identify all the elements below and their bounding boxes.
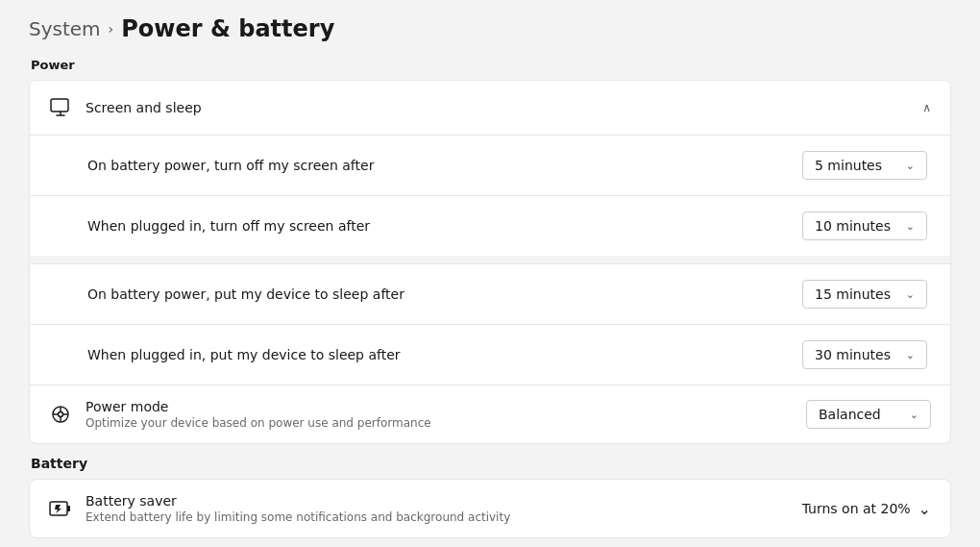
screen-sleep-title: Screen and sleep <box>86 100 202 115</box>
setting-row-1: When plugged in, turn off my screen afte… <box>30 195 950 256</box>
battery-sleep-value: 15 minutes <box>815 286 891 302</box>
plugged-sleep-dropdown[interactable]: 30 minutes ⌄ <box>802 340 927 369</box>
svg-rect-0 <box>51 99 68 112</box>
battery-screen-off-dropdown[interactable]: 5 minutes ⌄ <box>802 151 927 180</box>
battery-sleep-chevron-icon: ⌄ <box>906 288 915 301</box>
power-section-label: Power <box>29 58 951 72</box>
plugged-sleep-chevron-icon: ⌄ <box>906 349 915 361</box>
svg-rect-4 <box>67 506 70 511</box>
battery-section-label: Battery <box>29 456 951 471</box>
page-container: System › Power & battery Power Screen an… <box>0 0 980 547</box>
power-mode-dropdown[interactable]: Balanced ⌄ <box>806 400 931 429</box>
screen-sleep-icon <box>49 96 72 119</box>
setting-label-0: On battery power, turn off my screen aft… <box>87 158 374 173</box>
screen-sleep-header[interactable]: Screen and sleep ∧ <box>30 81 950 135</box>
svg-point-2 <box>59 412 63 417</box>
screen-sleep-chevron-up-icon: ∧ <box>922 101 931 114</box>
setting-label-1: When plugged in, turn off my screen afte… <box>87 218 370 234</box>
breadcrumb-chevron-icon: › <box>109 21 114 37</box>
power-mode-row[interactable]: Power mode Optimize your device based on… <box>30 385 950 443</box>
screen-sleep-rows: On battery power, turn off my screen aft… <box>30 135 950 385</box>
setting-row-3: When plugged in, put my device to sleep … <box>30 324 950 385</box>
battery-saver-title: Battery saver <box>86 493 510 509</box>
setting-row-2: On battery power, put my device to sleep… <box>30 263 950 324</box>
power-mode-chevron-icon: ⌄ <box>910 409 919 421</box>
screen-sleep-card: Screen and sleep ∧ On battery power, tur… <box>29 80 951 444</box>
breadcrumb: System › Power & battery <box>29 10 951 42</box>
power-mode-icon <box>49 403 72 426</box>
battery-saver-subtitle: Extend battery life by limiting some not… <box>86 510 510 524</box>
setting-label-2: On battery power, put my device to sleep… <box>87 286 404 302</box>
breadcrumb-system[interactable]: System <box>29 17 101 40</box>
power-mode-value: Balanced <box>819 407 881 422</box>
battery-saver-value: Turns on at 20% <box>802 501 911 516</box>
page-title: Power & battery <box>121 15 334 42</box>
battery-screen-off-value: 5 minutes <box>815 158 882 173</box>
plugged-screen-off-dropdown[interactable]: 10 minutes ⌄ <box>802 211 927 240</box>
setting-label-3: When plugged in, put my device to sleep … <box>87 347 401 362</box>
plugged-screen-off-chevron-icon: ⌄ <box>906 220 915 233</box>
plugged-screen-off-value: 10 minutes <box>815 218 891 234</box>
power-mode-subtitle: Optimize your device based on power use … <box>86 416 431 430</box>
setting-row-0: On battery power, turn off my screen aft… <box>30 136 950 195</box>
power-mode-title: Power mode <box>86 399 431 414</box>
battery-saver-right: Turns on at 20% ⌄ <box>802 500 931 518</box>
battery-saver-row[interactable]: Battery saver Extend battery life by lim… <box>30 480 950 537</box>
group-divider <box>30 256 950 263</box>
battery-card: Battery saver Extend battery life by lim… <box>29 479 951 538</box>
plugged-sleep-value: 30 minutes <box>815 347 891 362</box>
battery-sleep-dropdown[interactable]: 15 minutes ⌄ <box>802 280 927 309</box>
battery-saver-icon <box>49 497 72 520</box>
battery-saver-chevron-icon: ⌄ <box>919 500 931 518</box>
battery-screen-off-chevron-icon: ⌄ <box>906 160 915 172</box>
